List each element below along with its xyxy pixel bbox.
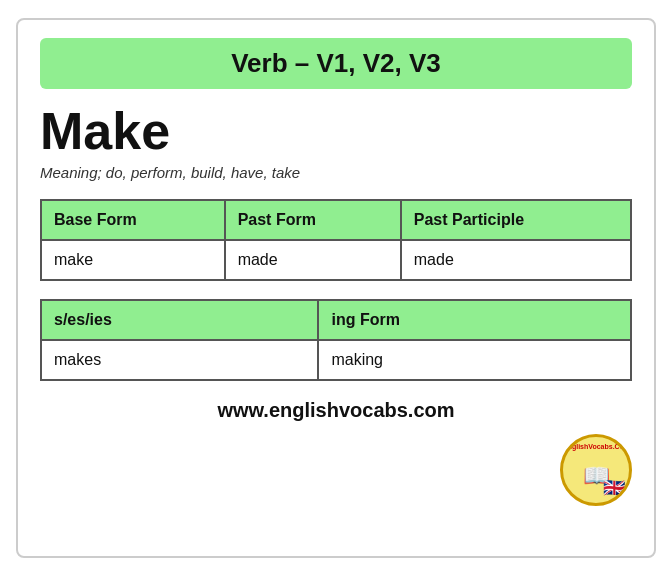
cell-ses: makes bbox=[41, 340, 318, 380]
logo-text: EnglishVocabs.Com bbox=[563, 443, 629, 451]
col-header-participle: Past Participle bbox=[401, 200, 631, 240]
verb-table-1: Base Form Past Form Past Participle make… bbox=[40, 199, 632, 281]
flag-icon: 🇬🇧 bbox=[603, 477, 625, 499]
meaning-text: Meaning; do, perform, build, have, take bbox=[40, 164, 632, 181]
logo-circle: EnglishVocabs.Com 📖 🇬🇧 bbox=[560, 434, 632, 506]
cell-base: make bbox=[41, 240, 225, 280]
verb-word: Make bbox=[40, 103, 632, 160]
cell-past: made bbox=[225, 240, 401, 280]
page-title: Verb – V1, V2, V3 bbox=[231, 48, 441, 78]
verb-table-2: s/es/ies ing Form makes making bbox=[40, 299, 632, 381]
cell-ing: making bbox=[318, 340, 631, 380]
website-url: www.englishvocabs.com bbox=[40, 399, 632, 422]
table-row: make made made bbox=[41, 240, 631, 280]
col-header-past: Past Form bbox=[225, 200, 401, 240]
card: Verb – V1, V2, V3 Make Meaning; do, perf… bbox=[16, 18, 656, 558]
cell-participle: made bbox=[401, 240, 631, 280]
col-header-ing: ing Form bbox=[318, 300, 631, 340]
col-header-base: Base Form bbox=[41, 200, 225, 240]
title-bar: Verb – V1, V2, V3 bbox=[40, 38, 632, 89]
col-header-ses: s/es/ies bbox=[41, 300, 318, 340]
logo: EnglishVocabs.Com 📖 🇬🇧 bbox=[560, 434, 632, 506]
table-row: makes making bbox=[41, 340, 631, 380]
